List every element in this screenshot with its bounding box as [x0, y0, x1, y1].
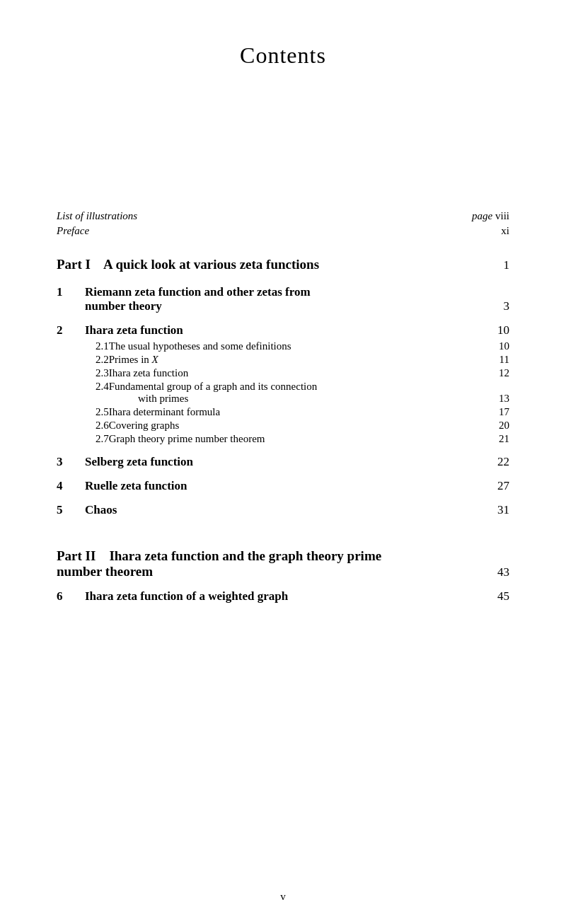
section-2-7: 2.7 Graph theory prime number theorem 21 [57, 433, 509, 445]
chapter-3-row: 3 Selberg zeta function 22 [57, 455, 509, 469]
part-I-heading: Part I A quick look at various zeta func… [57, 257, 509, 272]
chapter-1: 1 Riemann zeta function and other zetas … [57, 285, 509, 313]
section-2-6-page: 20 [488, 420, 509, 432]
chapter-4-num: 4 [57, 479, 85, 493]
section-2-3-page: 12 [488, 367, 509, 379]
chapter-3: 3 Selberg zeta function 22 [57, 455, 509, 469]
part-II-title-line2: number theorem [57, 564, 153, 579]
section-2-1-num: 2.1 [57, 340, 109, 352]
section-2-2-num: 2.2 [57, 354, 109, 366]
page-title: Contents [57, 42, 509, 69]
illustrations-page: page viii [472, 210, 509, 222]
chapter-4: 4 Ruelle zeta function 27 [57, 479, 509, 493]
chapter-4-title: Ruelle zeta function [85, 479, 497, 493]
chapter-2-row: 2 Ihara zeta function 10 [57, 323, 509, 337]
chapter-2: 2 Ihara zeta function 10 2.1 The usual h… [57, 323, 509, 445]
chapter-1-row-second: number theory 3 [57, 299, 509, 313]
section-2-1-title: The usual hypotheses and some definition… [109, 340, 488, 352]
chapter-4-row: 4 Ruelle zeta function 27 [57, 479, 509, 493]
chapter-6-title: Ihara zeta function of a weighted graph [85, 589, 497, 604]
section-2-5: 2.5 Ihara determinant formula 17 [57, 406, 509, 418]
chapter-5-num: 5 [57, 503, 85, 517]
section-2-7-page: 21 [488, 433, 509, 445]
section-2-2-title: Primes in X [109, 354, 488, 366]
section-2-1-page: 10 [488, 340, 509, 352]
chapter-2-title: Ihara zeta function [85, 323, 497, 337]
section-2-7-title: Graph theory prime number theorem [109, 433, 488, 445]
chapter-6: 6 Ihara zeta function of a weighted grap… [57, 589, 509, 604]
chapter-6-page: 45 [497, 589, 509, 604]
chapter-4-page: 27 [497, 479, 509, 493]
chapter-1-page: 3 [504, 299, 510, 313]
front-matter-preface: Preface xi [57, 225, 509, 237]
section-2-5-num: 2.5 [57, 406, 109, 418]
section-2-4-title-line1: Fundamental group of a graph and its con… [109, 381, 509, 393]
part-I-label: Part I A quick look at various zeta func… [57, 257, 319, 272]
chapter-1-num: 1 [57, 285, 85, 299]
part-II-page: 43 [497, 565, 509, 579]
section-2-4-row2: with primes 13 [57, 393, 509, 405]
part-II-label: Part II Ihara zeta function and the grap… [57, 548, 381, 564]
section-2-6: 2.6 Covering graphs 20 [57, 420, 509, 432]
section-2-4: 2.4 Fundamental group of a graph and its… [57, 381, 509, 405]
section-2-3: 2.3 Ihara zeta function 12 [57, 367, 509, 379]
section-2-4-row1: 2.4 Fundamental group of a graph and its… [57, 381, 509, 393]
chapter-1-row-first: 1 Riemann zeta function and other zetas … [57, 285, 509, 299]
chapter-3-page: 22 [497, 455, 509, 469]
chapter-5-page: 31 [497, 503, 509, 517]
chapter-3-title: Selberg zeta function [85, 455, 497, 469]
section-2-4-title-line2: with primes [138, 393, 499, 405]
section-2-7-num: 2.7 [57, 433, 109, 445]
chapter-1-title-line1: Riemann zeta function and other zetas fr… [85, 285, 509, 299]
section-2-6-title: Covering graphs [109, 420, 488, 432]
section-2-4-page: 13 [499, 393, 509, 405]
chapter-1-title-line2: number theory [85, 299, 504, 313]
section-2-5-page: 17 [488, 406, 509, 418]
section-2-1: 2.1 The usual hypotheses and some defini… [57, 340, 509, 352]
chapter-2-num: 2 [57, 323, 85, 337]
illustrations-label: List of illustrations [57, 210, 137, 222]
section-2-6-num: 2.6 [57, 420, 109, 432]
chapter-6-num: 6 [57, 589, 85, 604]
section-2-2: 2.2 Primes in X 11 [57, 354, 509, 366]
chapter-5: 5 Chaos 31 [57, 503, 509, 517]
section-2-4-num: 2.4 [57, 381, 109, 393]
chapter-5-row: 5 Chaos 31 [57, 503, 509, 517]
section-2-2-page: 11 [488, 354, 509, 366]
page-footer: v [57, 891, 509, 903]
chapter-2-page: 10 [497, 323, 509, 337]
front-matter: List of illustrations page viii Preface … [57, 210, 509, 237]
part-I-page: 1 [504, 258, 510, 272]
chapter-5-title: Chaos [85, 503, 497, 517]
preface-page: xi [501, 225, 509, 237]
section-2-3-num: 2.3 [57, 367, 109, 379]
section-2-3-title: Ihara zeta function [109, 367, 488, 379]
section-2-5-title: Ihara determinant formula [109, 406, 488, 418]
preface-label: Preface [57, 225, 89, 237]
chapter-3-num: 3 [57, 455, 85, 469]
chapter-2-sections: 2.1 The usual hypotheses and some defini… [57, 340, 509, 445]
front-matter-illustrations: List of illustrations page viii [57, 210, 509, 222]
chapter-6-row: 6 Ihara zeta function of a weighted grap… [57, 589, 509, 604]
part-II-heading: Part II Ihara zeta function and the grap… [57, 548, 509, 579]
page: Contents List of illustrations page viii… [0, 0, 566, 924]
